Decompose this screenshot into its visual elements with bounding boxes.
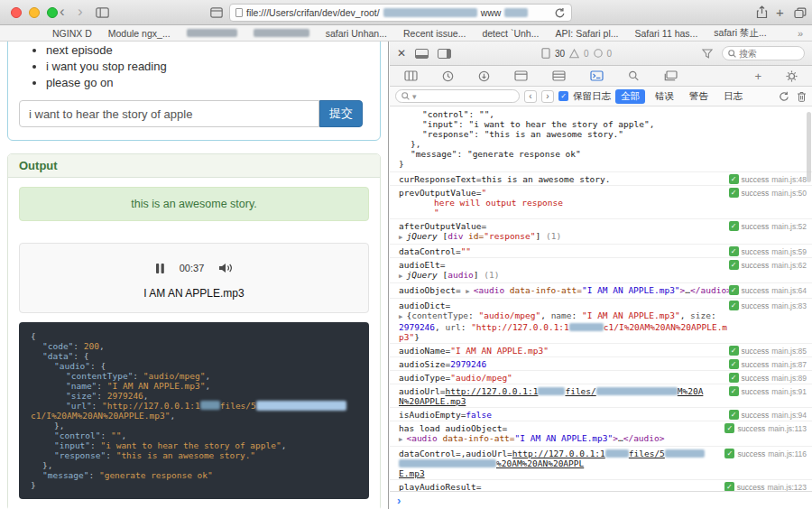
tab-overview-icon[interactable]: [210, 7, 223, 18]
tab-console-icon-active[interactable]: [590, 70, 604, 81]
console-filter-field[interactable]: ▾: [395, 89, 520, 103]
token: data-info-att=: [504, 285, 582, 295]
minimize-window-button[interactable]: [29, 7, 40, 18]
success-icon: ✓: [729, 260, 739, 270]
console-log-row[interactable]: audioUrl=http://127.0.0.1:1files/M%20AN%…: [390, 384, 812, 408]
console-prompt[interactable]: ›: [390, 491, 812, 509]
token: :: [97, 391, 106, 401]
prompt-input[interactable]: [19, 100, 319, 127]
console-log-row[interactable]: isAudioEmpty=false✓successmain.js:94: [390, 408, 812, 421]
filter-warnings-button[interactable]: 警告: [684, 89, 714, 104]
source-location-link[interactable]: main.js:123: [768, 483, 807, 492]
address-bar[interactable]: file:///Users/crifan/dev/dev_root/ www: [229, 4, 572, 22]
source-location-link[interactable]: main.js:62: [771, 261, 807, 270]
bookmarks-overflow-chevron[interactable]: »: [798, 28, 803, 39]
back-button[interactable]: ‹: [60, 3, 65, 21]
preserve-log-label[interactable]: 保留日志: [573, 90, 611, 103]
add-tab-button[interactable]: +: [754, 70, 761, 82]
bookmark-item[interactable]: Safari 11 has...: [634, 28, 697, 39]
error-count-icon: [594, 49, 603, 58]
console-log-row[interactable]: dataControl=,audioUrl=http://127.0.0.1:1…: [390, 447, 812, 480]
token: "I AM AN APPLE.mp3": [107, 381, 206, 391]
source-location-link[interactable]: main.js:113: [768, 424, 807, 433]
inspector-search-input[interactable]: [739, 49, 789, 59]
pause-icon[interactable]: [155, 263, 165, 274]
sidebar-toggle-icon[interactable]: [96, 7, 109, 18]
console-log-row[interactable]: has load audioObject=▶ <audio data-info-…: [390, 421, 812, 447]
source-location-link[interactable]: main.js:85: [771, 347, 807, 356]
console-log-row[interactable]: dataControl=""✓successmain.js:59: [390, 245, 812, 258]
share-icon[interactable]: [756, 5, 768, 19]
close-window-button[interactable]: [11, 7, 22, 18]
dock-right-icon[interactable]: [438, 49, 451, 59]
tab-layers-icon[interactable]: [664, 70, 678, 81]
token: ,: [205, 371, 210, 381]
source-location-link[interactable]: main.js:48: [771, 175, 807, 184]
refresh-icon[interactable]: [779, 91, 789, 102]
filter-errors-button[interactable]: 错误: [650, 89, 679, 104]
console-log-row[interactable]: prevOutputValue="here will output respon…: [390, 186, 812, 219]
filter-logs-button[interactable]: 日志: [718, 89, 748, 104]
source-location-link[interactable]: main.js:64: [771, 286, 807, 295]
filter-all-button[interactable]: 全部: [615, 89, 645, 104]
dock-bottom-icon[interactable]: [415, 49, 429, 59]
console-log-row[interactable]: afterOutputValue=▶ jQuery [div id="respo…: [390, 219, 812, 245]
zoom-window-button[interactable]: [47, 7, 58, 18]
redacted-text: [538, 387, 565, 395]
console-log-row[interactable]: audioElt=▶ jQuery [audio] (1)✓successmai…: [390, 258, 812, 283]
inspector-settings-gear-icon[interactable]: [786, 70, 798, 82]
source-location-link[interactable]: main.js:50: [771, 189, 807, 198]
token: c1/I%20AM%20AN%20APPLE.m: [604, 322, 727, 332]
filter-funnel-icon[interactable]: [702, 49, 713, 59]
source-location-link[interactable]: main.js:91: [771, 387, 807, 396]
source-location-link[interactable]: main.js:52: [771, 222, 807, 231]
source-location-link[interactable]: main.js:94: [771, 411, 807, 420]
submit-button[interactable]: 提交: [319, 100, 363, 127]
console-log-row[interactable]: audioObject= ▶ <audio data-info-att="I A…: [390, 283, 812, 299]
bookmark-item[interactable]: Recent issue...: [403, 28, 466, 39]
tab-network-icon[interactable]: [478, 70, 490, 82]
forward-button[interactable]: ›: [78, 3, 83, 21]
source-location-link[interactable]: main.js:59: [771, 247, 807, 256]
find-next-button[interactable]: ›: [541, 90, 554, 103]
token: :: [73, 341, 83, 351]
token: "code": [42, 341, 73, 351]
source-location-link[interactable]: main.js:83: [771, 301, 807, 310]
source-location-link[interactable]: main.js:89: [771, 374, 807, 383]
source-location-link[interactable]: main.js:116: [768, 449, 807, 458]
console-log-row[interactable]: curResponseText=this is an awesome story…: [390, 172, 812, 186]
bookmark-item[interactable]: [187, 29, 237, 37]
console-log-row[interactable]: audioType="audio/mpeg"✓successmain.js:89: [390, 371, 812, 384]
bookmark-item[interactable]: [254, 29, 309, 37]
tab-search-icon[interactable]: [628, 70, 640, 82]
clear-console-trash-icon[interactable]: [797, 91, 807, 102]
console-scrollbar[interactable]: [807, 112, 811, 182]
audio-player-controls[interactable]: 00:37: [20, 258, 368, 278]
preserve-log-checkbox[interactable]: ✓: [558, 91, 568, 101]
console-log-row[interactable]: audioDict=▶ {contentType: "audio/mpeg", …: [390, 299, 812, 344]
console-log-row[interactable]: audioName="I AM AN APPLE.mp3"✓successmai…: [390, 344, 812, 357]
tab-elements-icon[interactable]: [404, 70, 418, 81]
new-tab-button[interactable]: +: [776, 5, 784, 20]
token: "control": [54, 430, 100, 440]
bookmark-item[interactable]: NGINX D: [52, 28, 92, 39]
inspector-search-field[interactable]: [722, 46, 805, 60]
bookmark-item[interactable]: Module ngx_...: [108, 28, 171, 39]
show-tabs-icon[interactable]: [794, 7, 807, 19]
token: ,: [680, 310, 690, 320]
tab-storage-icon[interactable]: [552, 70, 566, 81]
reload-icon[interactable]: [554, 7, 566, 19]
bookmark-item[interactable]: safari 禁止...: [714, 27, 766, 40]
bookmark-item[interactable]: safari Unhan...: [326, 28, 387, 39]
bookmark-item[interactable]: detect `Unh...: [482, 28, 539, 39]
source-location-link[interactable]: main.js:87: [771, 360, 807, 369]
tab-resources-icon[interactable]: [514, 70, 528, 81]
token: jQuery: [406, 231, 442, 241]
bookmark-item[interactable]: API: Safari pl...: [555, 28, 618, 39]
tab-timelines-icon[interactable]: [442, 70, 454, 82]
console-log-row[interactable]: audioSize=2979246✓successmain.js:87: [390, 357, 812, 371]
token: :: [461, 322, 471, 332]
find-previous-button[interactable]: ‹: [524, 90, 537, 103]
close-inspector-button[interactable]: ✕: [397, 47, 406, 60]
volume-icon[interactable]: [218, 263, 233, 273]
